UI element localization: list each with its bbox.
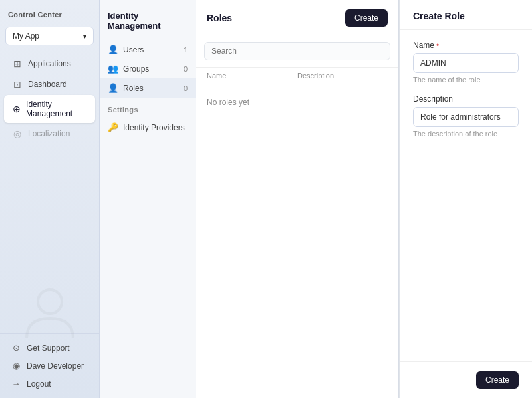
identity-providers-label: Identity Providers bbox=[123, 123, 185, 132]
id-panel-groups[interactable]: 👥 Groups 0 bbox=[100, 59, 196, 78]
users-label: Users bbox=[123, 45, 144, 54]
roles-panel: Roles Create Name Description No roles y… bbox=[196, 0, 399, 398]
user-name-label: Dave Developer bbox=[27, 361, 84, 371]
sidebar-item-dashboard[interactable]: ⊡ Dashboard bbox=[4, 74, 95, 94]
settings-section-label: Settings bbox=[100, 99, 196, 116]
id-panel-settings-section: 🔑 Identity Providers bbox=[100, 116, 196, 138]
sidebar: Control Center My App ▾ ⊞ Applications ⊡… bbox=[0, 0, 100, 398]
sidebar-item-label: Applications bbox=[28, 59, 71, 68]
name-label: Name • bbox=[413, 41, 519, 50]
get-support-label: Get Support bbox=[27, 344, 70, 353]
col-description-header: Description bbox=[297, 72, 388, 80]
sidebar-item-identity-management[interactable]: ⊕ Identity Management bbox=[4, 95, 95, 123]
sidebar-header: Control Center bbox=[0, 0, 99, 24]
get-support-item[interactable]: ⊙ Get Support bbox=[4, 339, 95, 357]
sidebar-bottom: ⊙ Get Support ◉ Dave Developer → Logout bbox=[0, 333, 99, 398]
logout-item[interactable]: → Logout bbox=[4, 375, 95, 393]
sidebar-item-label: Dashboard bbox=[28, 80, 67, 89]
users-count: 1 bbox=[184, 46, 188, 54]
dashboard-icon: ⊡ bbox=[12, 79, 23, 90]
logout-label: Logout bbox=[27, 379, 51, 389]
description-form-group: Description The description of the role bbox=[413, 94, 519, 138]
groups-icon: 👥 bbox=[108, 64, 118, 74]
role-name-input[interactable] bbox=[413, 53, 519, 73]
create-role-header: Create Role bbox=[400, 0, 532, 30]
search-bar bbox=[196, 35, 398, 68]
create-role-submit-button[interactable]: Create bbox=[476, 371, 519, 389]
id-panel-identity-providers[interactable]: 🔑 Identity Providers bbox=[100, 118, 196, 137]
create-role-panel: Create Role Name • The name of the role … bbox=[399, 0, 532, 398]
roles-count: 0 bbox=[184, 84, 188, 92]
role-description-input[interactable] bbox=[413, 107, 519, 127]
roles-icon: 👤 bbox=[108, 83, 118, 93]
roles-table-header: Name Description bbox=[196, 68, 398, 84]
create-role-body: Name • The name of the role Description … bbox=[400, 30, 532, 361]
chevron-down-icon: ▾ bbox=[83, 33, 86, 40]
id-panel-users[interactable]: 👤 Users 1 bbox=[100, 40, 196, 59]
search-input[interactable] bbox=[204, 42, 390, 60]
required-marker: • bbox=[436, 41, 439, 50]
id-panel-main-section: 👤 Users 1 👥 Groups 0 👤 Roles 0 bbox=[100, 39, 196, 99]
identity-management-icon: ⊕ bbox=[12, 104, 21, 114]
name-hint: The name of the role bbox=[413, 76, 519, 84]
sidebar-item-label: Localization bbox=[28, 129, 70, 138]
identity-management-panel: Identity Management 👤 Users 1 👥 Groups 0… bbox=[100, 0, 196, 398]
name-form-group: Name • The name of the role bbox=[413, 41, 519, 84]
sidebar-item-applications[interactable]: ⊞ Applications bbox=[4, 54, 95, 74]
create-role-footer: Create bbox=[400, 361, 532, 398]
localization-icon: ◎ bbox=[12, 128, 23, 139]
user-icon: ◉ bbox=[11, 361, 21, 371]
id-panel-title: Identity Management bbox=[100, 0, 196, 39]
roles-empty-message: No roles yet bbox=[196, 84, 398, 120]
identity-providers-icon: 🔑 bbox=[108, 122, 118, 132]
description-label: Description bbox=[413, 94, 519, 104]
create-role-title: Create Role bbox=[413, 11, 465, 21]
support-icon: ⊙ bbox=[11, 343, 21, 353]
user-profile-item[interactable]: ◉ Dave Developer bbox=[4, 357, 95, 375]
col-name-header: Name bbox=[207, 72, 297, 80]
applications-icon: ⊞ bbox=[12, 58, 23, 69]
id-panel-roles[interactable]: 👤 Roles 0 bbox=[100, 78, 196, 98]
groups-count: 0 bbox=[184, 65, 188, 73]
sidebar-nav: ⊞ Applications ⊡ Dashboard ⊕ Identity Ma… bbox=[0, 50, 99, 333]
app-selector-label: My App bbox=[13, 31, 39, 41]
sidebar-item-localization: ◎ Localization bbox=[4, 124, 95, 144]
create-role-top-button[interactable]: Create bbox=[345, 9, 388, 27]
sidebar-item-label: Identity Management bbox=[26, 100, 87, 118]
roles-title: Roles bbox=[207, 13, 232, 23]
groups-label: Groups bbox=[123, 64, 149, 74]
roles-label: Roles bbox=[123, 84, 144, 93]
logout-icon: → bbox=[11, 379, 21, 389]
description-hint: The description of the role bbox=[413, 130, 519, 138]
roles-header: Roles Create bbox=[196, 0, 398, 35]
users-icon: 👤 bbox=[108, 45, 118, 54]
app-selector[interactable]: My App ▾ bbox=[5, 27, 94, 45]
